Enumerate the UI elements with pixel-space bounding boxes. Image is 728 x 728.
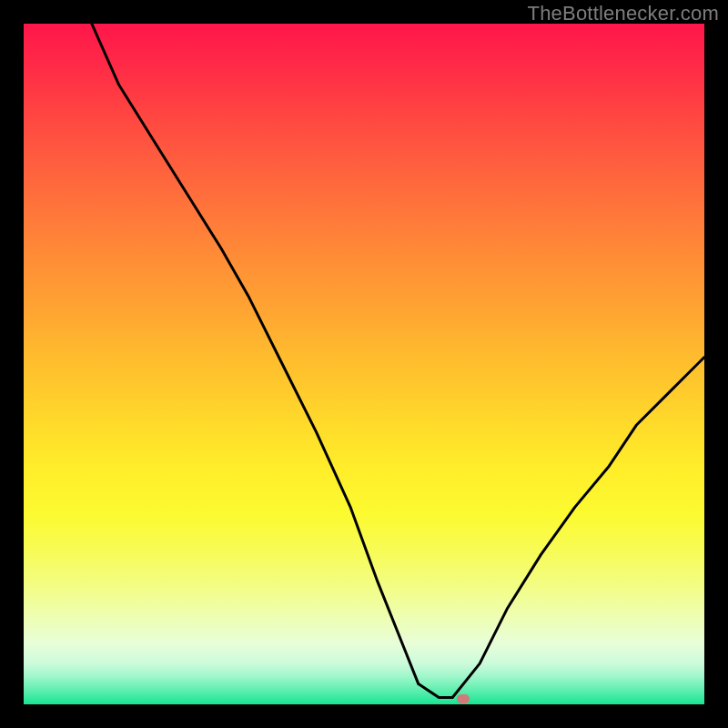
watermark-text: TheBottlenecker.com: [528, 2, 719, 25]
optimal-point-marker: [457, 694, 470, 703]
chart-frame: TheBottlenecker.com: [0, 0, 728, 728]
plot-area: [24, 24, 704, 704]
bottleneck-curve: [24, 24, 704, 704]
